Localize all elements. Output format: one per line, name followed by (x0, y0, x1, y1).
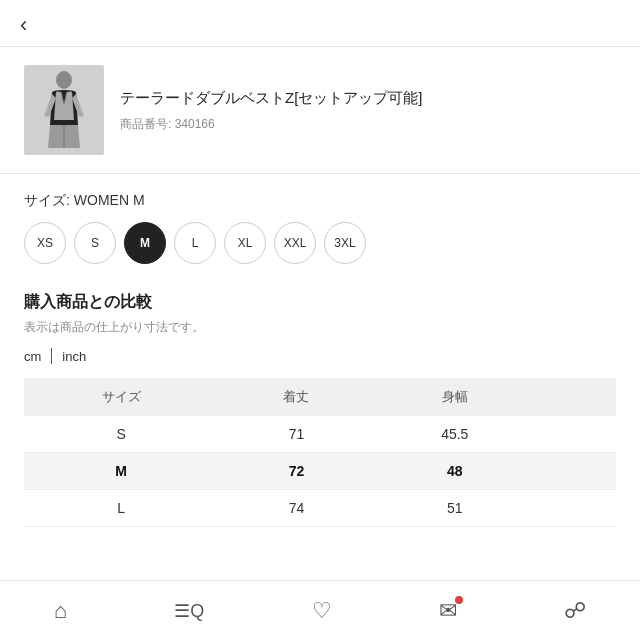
product-section: テーラードダブルベストZ[セットアップ可能] 商品番号: 340166 (0, 47, 640, 174)
account-icon: ☍ (564, 600, 586, 622)
unit-cm-button[interactable]: cm (24, 349, 51, 364)
size-label: サイズ: WOMEN M (24, 192, 616, 210)
product-name: テーラードダブルベストZ[セットアップ可能] (120, 87, 616, 110)
cell-length-m: 72 (218, 453, 375, 490)
col-header-size: サイズ (24, 378, 218, 416)
product-info: テーラードダブルベストZ[セットアップ可能] 商品番号: 340166 (120, 87, 616, 133)
nav-messages[interactable]: ✉ (427, 594, 469, 628)
cell-width-l: 51 (375, 490, 535, 527)
home-icon: ⌂ (54, 600, 67, 622)
table-header-row: サイズ 着丈 身幅 (24, 378, 616, 416)
nav-favorites[interactable]: ♡ (300, 594, 344, 628)
nav-search[interactable]: ☰Q (162, 596, 216, 626)
back-button[interactable]: ‹ (20, 12, 27, 37)
unit-divider (51, 348, 52, 364)
col-header-width: 身幅 (375, 378, 535, 416)
header: ‹ (0, 0, 640, 47)
cell-length-l: 74 (218, 490, 375, 527)
comparison-section: 購入商品との比較 表示は商品の仕上がり寸法です。 cm inch サイズ 着丈 … (0, 274, 640, 537)
heart-icon: ♡ (312, 600, 332, 622)
size-options: XS S M L XL XXL 3XL (24, 222, 616, 264)
message-icon: ✉ (439, 600, 457, 622)
size-btn-l[interactable]: L (174, 222, 216, 264)
cell-empty-l (535, 490, 616, 527)
size-btn-xxl[interactable]: XXL (274, 222, 316, 264)
unit-inch-button[interactable]: inch (62, 349, 86, 364)
unit-toggle: cm inch (24, 348, 616, 364)
cell-width-m: 48 (375, 453, 535, 490)
cell-empty (535, 416, 616, 453)
nav-account[interactable]: ☍ (552, 594, 598, 628)
nav-home[interactable]: ⌂ (42, 594, 79, 628)
size-btn-xl[interactable]: XL (224, 222, 266, 264)
table-row-highlighted: M 72 48 (24, 453, 616, 490)
size-btn-3xl[interactable]: 3XL (324, 222, 366, 264)
comparison-subtitle: 表示は商品の仕上がり寸法です。 (24, 319, 616, 336)
size-btn-s[interactable]: S (74, 222, 116, 264)
cell-size: S (24, 416, 218, 453)
col-header-empty (535, 378, 616, 416)
comparison-title: 購入商品との比較 (24, 292, 616, 313)
product-id: 商品番号: 340166 (120, 116, 616, 133)
cell-empty-m (535, 453, 616, 490)
notification-badge (455, 596, 463, 604)
size-section: サイズ: WOMEN M XS S M L XL XXL 3XL (0, 174, 640, 274)
cell-size-l: L (24, 490, 218, 527)
cell-width: 45.5 (375, 416, 535, 453)
col-header-length: 着丈 (218, 378, 375, 416)
bottom-nav: ⌂ ☰Q ♡ ✉ ☍ (0, 580, 640, 640)
search-icon: ☰Q (174, 602, 204, 620)
table-row: S 71 45.5 (24, 416, 616, 453)
content-area: テーラードダブルベストZ[セットアップ可能] 商品番号: 340166 サイズ:… (0, 47, 640, 640)
size-btn-xs[interactable]: XS (24, 222, 66, 264)
product-image (24, 65, 104, 155)
table-row: L 74 51 (24, 490, 616, 527)
page: ‹ (0, 0, 640, 640)
cell-length: 71 (218, 416, 375, 453)
svg-point-0 (56, 71, 72, 89)
size-table: サイズ 着丈 身幅 S 71 45.5 M 72 (24, 378, 616, 527)
size-btn-m[interactable]: M (124, 222, 166, 264)
cell-size-m: M (24, 453, 218, 490)
